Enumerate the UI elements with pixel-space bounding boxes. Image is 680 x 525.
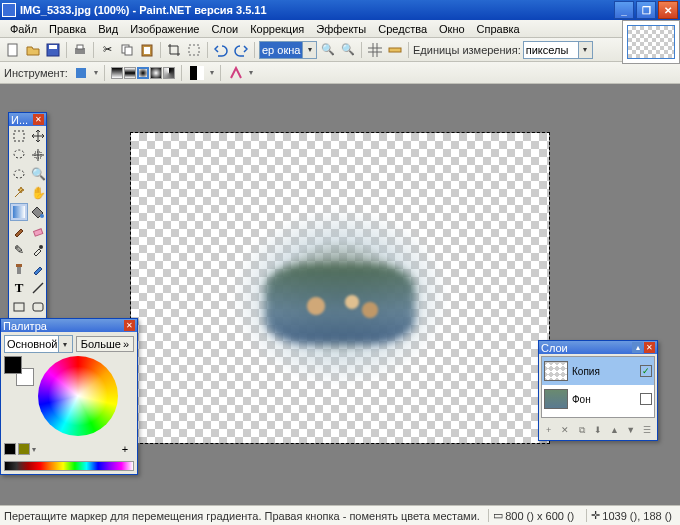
tool-roundrect[interactable] [29, 298, 47, 316]
svg-point-17 [14, 170, 24, 178]
image-thumbnail[interactable] [627, 25, 675, 59]
menu-layers[interactable]: Слои [205, 22, 244, 36]
paste-button[interactable] [138, 41, 156, 59]
print-button[interactable] [71, 41, 89, 59]
tool-line[interactable] [29, 279, 47, 297]
zoom-out-button[interactable]: 🔍 [339, 41, 357, 59]
maximize-button[interactable]: ❐ [636, 1, 656, 19]
cut-button[interactable]: ✂ [98, 41, 116, 59]
redo-button[interactable] [232, 41, 250, 59]
layers-panel-close[interactable]: ✕ [644, 342, 655, 353]
tool-fill[interactable] [29, 203, 47, 221]
primary-color-swatches[interactable] [4, 356, 34, 386]
gradient-linear-icon[interactable] [111, 67, 123, 79]
menu-edit[interactable]: Правка [43, 22, 92, 36]
crop-button[interactable] [165, 41, 183, 59]
gradient-linear-reflect-icon[interactable] [124, 67, 136, 79]
menu-view[interactable]: Вид [92, 22, 124, 36]
layers-panel-titlebar[interactable]: Слои ▴ ✕ [539, 341, 657, 354]
tools-panel-titlebar[interactable]: И... ✕ [9, 113, 46, 126]
add-color-button[interactable]: + [116, 440, 134, 458]
colors-panel-close[interactable]: ✕ [124, 320, 135, 331]
close-button[interactable]: ✕ [658, 1, 678, 19]
zoom-in-button[interactable]: 🔍 [319, 41, 337, 59]
alpha-mode-button[interactable] [227, 64, 245, 82]
layers-panel-rollup[interactable]: ▴ [632, 342, 643, 353]
tool-colorpicker[interactable] [29, 241, 47, 259]
menu-effects[interactable]: Эффекты [310, 22, 372, 36]
tool-lasso[interactable] [10, 146, 28, 164]
gradient-radial-icon[interactable] [150, 67, 162, 79]
ruler-button[interactable] [386, 41, 404, 59]
tool-pencil[interactable]: ✎ [10, 241, 28, 259]
color-wheel[interactable] [38, 356, 118, 436]
layer-add-button[interactable]: + [541, 422, 556, 438]
open-button[interactable] [24, 41, 42, 59]
tool-move[interactable] [29, 127, 47, 145]
tool-gradient[interactable] [10, 203, 28, 221]
svg-line-24 [33, 283, 43, 293]
tool-eraser[interactable] [29, 222, 47, 240]
menu-help[interactable]: Справка [471, 22, 526, 36]
layer-up-button[interactable]: ▲ [607, 422, 622, 438]
canvas[interactable] [130, 132, 550, 444]
tool-text[interactable]: T [10, 279, 28, 297]
gradient-type-swatches[interactable] [111, 67, 175, 79]
units-value: пикселы [526, 44, 569, 56]
layer-duplicate-button[interactable]: ⧉ [574, 422, 589, 438]
save-button[interactable] [44, 41, 62, 59]
minimize-button[interactable]: _ [614, 1, 634, 19]
layer-merge-button[interactable]: ⬇ [590, 422, 605, 438]
status-message: Перетащите маркер для перемещения градие… [4, 510, 480, 522]
tool-magic-wand[interactable] [10, 184, 28, 202]
copy-button[interactable] [118, 41, 136, 59]
layer-row[interactable]: Копия ✓ [542, 357, 654, 385]
tool-zoom[interactable]: 🔍 [29, 165, 47, 183]
layer-delete-button[interactable]: ✕ [557, 422, 572, 438]
layer-down-button[interactable]: ▼ [623, 422, 638, 438]
menu-adjust[interactable]: Коррекция [244, 22, 310, 36]
undo-button[interactable] [212, 41, 230, 59]
tool-move-selection[interactable] [29, 146, 47, 164]
foreground-swatch[interactable] [4, 356, 22, 374]
tool-rect-select[interactable] [10, 127, 28, 145]
tools-panel-title: И... [11, 114, 33, 126]
units-combo[interactable]: пикселы▾ [523, 41, 593, 59]
grid-button[interactable] [366, 41, 384, 59]
toolbar-divider [181, 65, 182, 81]
menu-file[interactable]: Файл [4, 22, 43, 36]
layer-thumbnail [544, 361, 568, 381]
new-button[interactable] [4, 41, 22, 59]
chevron-down-icon: ▾ [578, 42, 592, 58]
menu-window[interactable]: Окно [433, 22, 471, 36]
menu-tools[interactable]: Средства [372, 22, 433, 36]
tool-ellipse-select[interactable] [10, 165, 28, 183]
tool-pan[interactable]: ✋ [29, 184, 47, 202]
menu-image[interactable]: Изображение [124, 22, 205, 36]
layer-thumbnail [544, 389, 568, 409]
toolbar-divider [408, 42, 409, 58]
gradient-conical-icon[interactable] [163, 67, 175, 79]
tool-clone[interactable] [10, 260, 28, 278]
swatch-black[interactable] [4, 443, 16, 455]
colors-more-button[interactable]: Больше» [76, 336, 134, 352]
colors-panel-titlebar[interactable]: Палитра ✕ [1, 319, 137, 332]
layer-row[interactable]: Фон [542, 385, 654, 413]
gradient-diamond-icon[interactable] [137, 67, 149, 79]
zoom-combo[interactable]: ер окна▾ [259, 41, 317, 59]
menu-bar: Файл Правка Вид Изображение Слои Коррекц… [0, 20, 680, 38]
color-mode-combo[interactable]: Основной▾ [4, 335, 73, 353]
tools-panel-close[interactable]: ✕ [33, 114, 44, 125]
tool-options-bar: Инструмент: ▾ ▾ ▾ [0, 62, 680, 84]
tool-rect[interactable] [10, 298, 28, 316]
tool-brush[interactable] [10, 222, 28, 240]
deselect-button[interactable] [185, 41, 203, 59]
color-palette-strip[interactable] [4, 461, 134, 471]
layer-properties-button[interactable]: ☰ [640, 422, 655, 438]
swatch-olive[interactable] [18, 443, 30, 455]
layer-visibility-checkbox[interactable]: ✓ [640, 365, 652, 377]
current-tool-icon[interactable] [72, 64, 90, 82]
layer-visibility-checkbox[interactable] [640, 393, 652, 405]
color-mode-button[interactable] [188, 64, 206, 82]
tool-recolor[interactable] [29, 260, 47, 278]
